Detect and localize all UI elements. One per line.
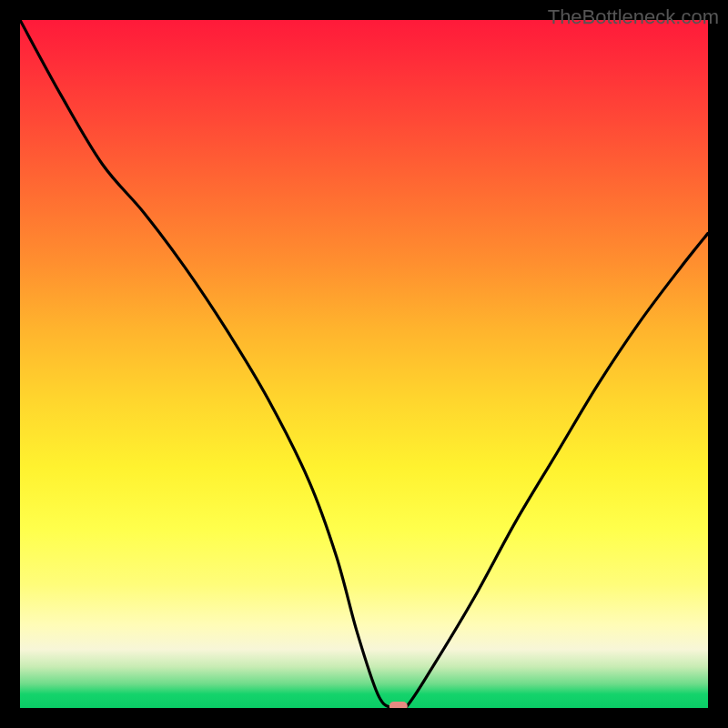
- minimum-marker: [389, 702, 408, 708]
- watermark-text: TheBottleneck.com: [548, 5, 719, 29]
- bottleneck-chart: [20, 20, 708, 708]
- bottleneck-curve: [20, 20, 708, 708]
